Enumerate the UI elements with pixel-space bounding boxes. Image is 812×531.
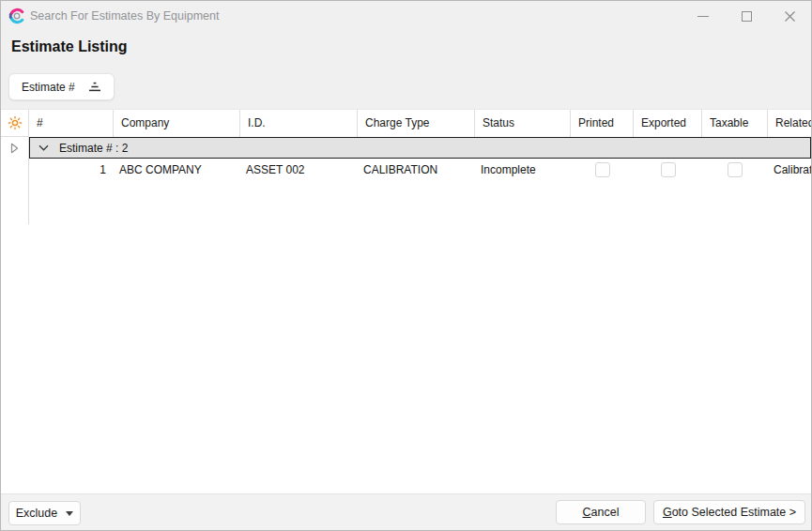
group-row-label: Estimate # : 2	[59, 142, 128, 155]
cancel-button[interactable]: Cancel	[556, 500, 646, 524]
grid-customize-cell[interactable]	[1, 110, 29, 137]
cell-status: Incomplete	[475, 163, 571, 176]
cell-id: ASSET 002	[240, 163, 358, 176]
group-by-chip-label: Estimate #	[22, 81, 75, 94]
cell-printed	[571, 162, 634, 177]
cell-taxable	[702, 162, 768, 177]
exclude-dropdown-button[interactable]: Exclude	[8, 501, 81, 525]
window-title: Search For Estimates By Equipment	[30, 1, 219, 31]
customize-sun-icon	[8, 115, 23, 130]
column-header-company[interactable]: Company	[114, 110, 240, 137]
row-indicator-panel	[1, 137, 29, 224]
exported-checkbox[interactable]	[661, 162, 676, 177]
grid-header-row: # Company I.D. Charge Type Status Printe…	[1, 110, 811, 137]
column-header-number[interactable]: #	[29, 110, 114, 137]
taxable-checkbox[interactable]	[728, 162, 743, 177]
column-header-printed[interactable]: Printed	[571, 110, 634, 137]
minimize-button[interactable]	[682, 1, 725, 31]
minimize-icon	[697, 16, 709, 17]
column-header-exported[interactable]: Exported	[634, 110, 702, 137]
collapse-group-chevron-icon[interactable]	[38, 144, 49, 151]
group-row-estimate-2[interactable]: Estimate # : 2	[29, 137, 811, 159]
close-icon	[784, 10, 796, 23]
top-panel: Estimate Listing Estimate #	[1, 31, 811, 109]
exclude-button-label: Exclude	[16, 507, 57, 520]
page-title: Estimate Listing	[11, 38, 128, 55]
app-logo-icon	[8, 8, 25, 24]
column-header-id[interactable]: I.D.	[240, 110, 358, 137]
sort-ascending-icon	[88, 81, 101, 93]
close-button[interactable]	[768, 1, 811, 31]
column-header-charge-type[interactable]: Charge Type	[358, 110, 475, 137]
footer-bar: Exclude Cancel Goto Selected Estimate >	[1, 493, 811, 531]
cell-charge-type: CALIBRATION	[358, 163, 475, 176]
current-row-indicator-icon	[10, 143, 19, 154]
column-header-related[interactable]: Related	[768, 110, 811, 137]
printed-checkbox[interactable]	[595, 162, 610, 177]
cell-company: ABC COMPANY	[114, 163, 240, 176]
column-header-status[interactable]: Status	[475, 110, 571, 137]
window-controls	[682, 1, 811, 31]
table-row[interactable]: 1 ABC COMPANY ASSET 002 CALIBRATION Inco…	[29, 159, 811, 181]
dialog-window: Search For Estimates By Equipment Estima…	[0, 0, 812, 531]
cell-related: Calibration	[768, 163, 811, 176]
column-header-taxable[interactable]: Taxable	[702, 110, 768, 137]
titlebar: Search For Estimates By Equipment	[1, 1, 811, 31]
group-by-estimate-chip[interactable]: Estimate #	[8, 73, 115, 100]
chevron-down-icon	[66, 511, 73, 516]
goto-selected-estimate-button[interactable]: Goto Selected Estimate >	[653, 500, 805, 524]
maximize-button[interactable]	[725, 1, 768, 31]
maximize-icon	[742, 11, 752, 22]
cell-exported	[634, 162, 702, 177]
estimates-grid: # Company I.D. Charge Type Status Printe…	[1, 109, 811, 494]
cell-number: 1	[29, 163, 114, 176]
